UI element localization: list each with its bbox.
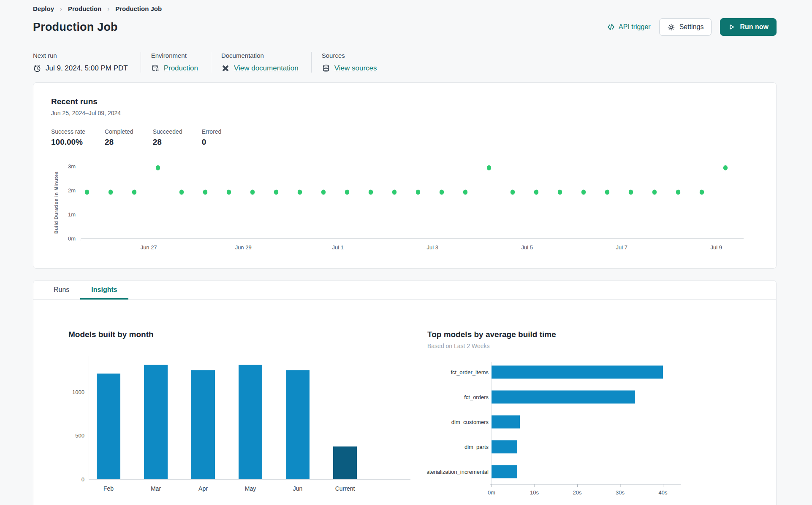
run-dot[interactable]	[511, 190, 515, 195]
monthly-x-tick: Apr	[198, 485, 208, 492]
documentation-label: Documentation	[221, 52, 299, 59]
recent-runs-title: Recent runs	[51, 97, 759, 106]
run-dot[interactable]	[416, 190, 420, 195]
run-dot[interactable]	[676, 190, 680, 195]
settings-button[interactable]: Settings	[659, 18, 712, 36]
run-dot[interactable]	[109, 190, 113, 195]
dbt-docs-icon	[221, 64, 230, 73]
gear-icon	[667, 23, 675, 31]
scatter-x-tick: Jun 29	[235, 244, 252, 251]
topmodels-x-tick: 20s	[573, 489, 582, 496]
chevron-right-icon: ›	[60, 5, 62, 12]
stat-errored: Errored 0	[202, 128, 222, 147]
run-dot[interactable]	[85, 190, 89, 195]
run-dot[interactable]	[652, 190, 657, 195]
play-icon	[728, 23, 736, 31]
header-row: Production Job API trigger Settings	[33, 18, 777, 36]
run-dot[interactable]	[700, 190, 704, 195]
breadcrumb-production[interactable]: Production	[68, 5, 101, 12]
monthly-y-tick: 0	[81, 476, 84, 483]
run-now-button[interactable]: Run now	[720, 18, 777, 36]
view-documentation-link[interactable]: View documentation	[234, 64, 299, 73]
run-dot[interactable]	[345, 190, 349, 195]
run-dot[interactable]	[392, 190, 396, 195]
topmodels-x-tick: 30s	[616, 489, 625, 496]
database-stack-icon	[322, 64, 330, 73]
breadcrumb-deploy[interactable]: Deploy	[33, 5, 54, 12]
month-bar-feb	[97, 374, 120, 479]
run-dot[interactable]	[179, 190, 184, 195]
scatter-y-tick: 3m	[68, 163, 76, 170]
run-dot[interactable]	[156, 165, 160, 170]
scatter-y-tick: 0m	[68, 235, 76, 242]
run-dot[interactable]	[321, 190, 326, 195]
run-dot[interactable]	[487, 165, 491, 170]
topmodels-y-label: materialization_incremental	[427, 469, 489, 475]
topmodels-y-label: dim_parts	[464, 444, 489, 450]
build-duration-chart: 0m1m2m3mJun 27Jun 29Jul 1Jul 3Jul 5Jul 7…	[51, 160, 759, 256]
scatter-y-axis-label: Build Duration in Minutes	[54, 171, 59, 234]
monthly-x-tick: May	[245, 485, 256, 492]
models-built-title: Models built by month	[68, 330, 427, 339]
run-dot[interactable]	[723, 165, 728, 170]
run-dot[interactable]	[440, 190, 444, 195]
view-sources-link[interactable]: View sources	[334, 64, 377, 73]
run-dot[interactable]	[629, 190, 633, 195]
environment-database-icon	[151, 64, 160, 73]
environment-link[interactable]: Production	[164, 64, 198, 73]
scatter-x-tick: Jul 9	[710, 244, 722, 251]
api-trigger-link[interactable]: API trigger	[607, 23, 651, 31]
environment-label: Environment	[151, 52, 198, 59]
scatter-x-tick: Jul 7	[616, 244, 627, 251]
scatter-y-tick: 2m	[68, 187, 76, 194]
run-dot[interactable]	[274, 190, 278, 195]
run-dot[interactable]	[298, 190, 302, 195]
monthly-y-tick: 500	[75, 432, 84, 439]
run-dot[interactable]	[581, 190, 586, 195]
api-trigger-label: API trigger	[619, 23, 651, 31]
run-dot[interactable]	[369, 190, 373, 195]
scatter-x-tick: Jul 1	[332, 244, 343, 251]
chevron-right-icon: ›	[107, 5, 109, 12]
top-models-block: Top models by average build time Based o…	[427, 330, 748, 503]
tab-runs[interactable]: Runs	[43, 281, 80, 299]
top-models-title: Top models by average build time	[427, 330, 748, 339]
run-dot[interactable]	[558, 190, 562, 195]
monthly-y-tick: 1000	[72, 389, 84, 395]
top-models-chart: 0m10s20s30s40sfct_order_itemsfct_ordersd…	[427, 359, 748, 501]
run-dot[interactable]	[534, 190, 538, 195]
run-dot[interactable]	[203, 190, 207, 195]
topmodels-y-label: fct_order_items	[451, 369, 489, 375]
model-bar-dim_customers	[492, 416, 520, 429]
stat-completed: Completed 28	[105, 128, 133, 147]
monthly-x-tick: Jun	[293, 485, 303, 492]
production-job-page: Deploy › Production › Production Job Pro…	[0, 0, 812, 505]
models-built-chart: 05001000FebMarAprMayJunCurrent	[68, 353, 427, 503]
documentation-group: Documentation View documentation	[211, 52, 311, 73]
scatter-y-tick: 1m	[68, 211, 76, 218]
run-dot[interactable]	[605, 190, 609, 195]
run-dot[interactable]	[227, 190, 231, 195]
model-bar-materialization_incremental	[492, 465, 517, 478]
breadcrumb: Deploy › Production › Production Job	[33, 0, 777, 12]
next-run-label: Next run	[33, 52, 128, 59]
model-bar-fct_order_items	[492, 366, 663, 379]
alarm-clock-icon	[33, 64, 41, 73]
month-bar-current	[333, 446, 357, 479]
topmodels-x-tick: 0m	[488, 489, 495, 496]
next-run-group: Next run Jul 9, 2024, 5:00 PM PDT	[33, 52, 141, 73]
tab-bar: Runs Insights	[33, 281, 776, 300]
run-dot[interactable]	[132, 190, 136, 195]
next-run-value: Jul 9, 2024, 5:00 PM PDT	[46, 64, 128, 73]
tab-insights[interactable]: Insights	[80, 281, 128, 299]
header-actions: API trigger Settings Run now	[607, 18, 777, 36]
recent-runs-card: Recent runs Jun 25, 2024–Jul 09, 2024 Su…	[33, 82, 777, 269]
run-dot[interactable]	[250, 190, 255, 195]
environment-group: Environment Production	[141, 52, 211, 73]
recent-runs-stats: Success rate 100.00% Completed 28 Succee…	[51, 128, 759, 147]
month-bar-may	[239, 365, 262, 479]
monthly-x-tick: Feb	[103, 485, 114, 492]
job-meta-row: Next run Jul 9, 2024, 5:00 PM PDT Enviro…	[33, 52, 777, 73]
run-dot[interactable]	[463, 190, 467, 195]
models-built-block: Models built by month 05001000FebMarAprM…	[68, 330, 427, 503]
